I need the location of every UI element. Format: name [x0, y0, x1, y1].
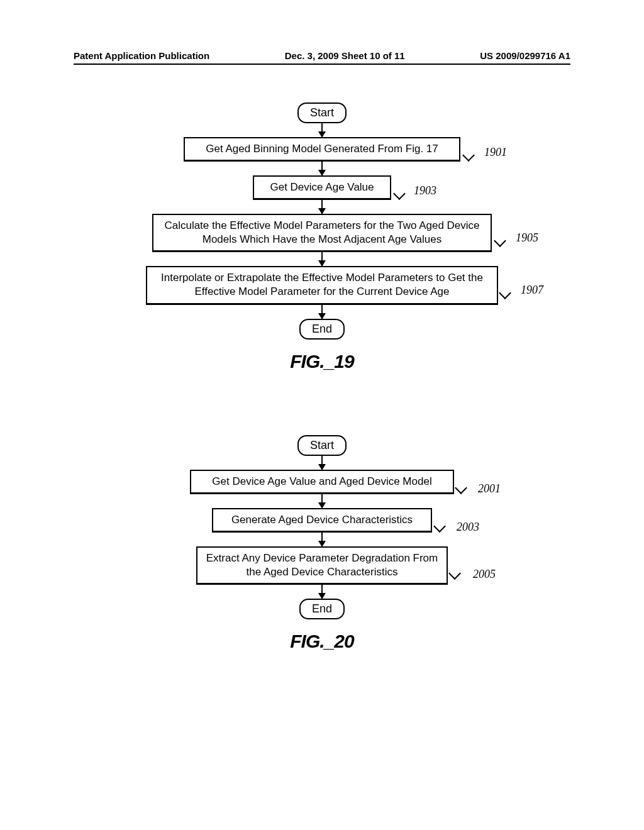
header-left: Patent Application Publication: [74, 50, 209, 61]
leader-line: [448, 567, 461, 580]
start-terminal: Start: [297, 435, 347, 456]
leader-line: [494, 235, 506, 247]
page-header: Patent Application Publication Dec. 3, 2…: [74, 50, 570, 65]
arrow-icon: [321, 456, 323, 470]
flowchart-fig-19: Start Get Aged Binning Model Generated F…: [121, 102, 523, 372]
header-center: Dec. 3, 2009 Sheet 10 of 11: [285, 50, 405, 61]
ref-1901: 1901: [484, 146, 507, 159]
process-step-1: Get Device Age Value and Aged Device Mod…: [190, 470, 454, 494]
end-terminal: End: [299, 319, 345, 340]
arrow-icon: [321, 494, 323, 508]
end-terminal: End: [299, 599, 345, 619]
leader-line: [393, 187, 406, 200]
process-step-4: Interpolate or Extrapolate the Effective…: [146, 266, 498, 304]
ref-1907: 1907: [521, 284, 543, 297]
process-step-1: Get Aged Binning Model Generated From Fi…: [184, 137, 460, 162]
process-step-2: Generate Aged Device Characteristics: [212, 508, 432, 533]
leader-line: [433, 520, 446, 533]
ref-1903: 1903: [414, 184, 436, 197]
ref-2003: 2003: [457, 521, 479, 534]
ref-2005: 2005: [473, 568, 496, 581]
start-terminal: Start: [297, 102, 347, 123]
arrow-icon: [321, 200, 323, 214]
ref-1905: 1905: [516, 231, 538, 245]
ref-2001: 2001: [478, 482, 501, 495]
leader-line: [455, 482, 467, 494]
header-right: US 2009/0299716 A1: [480, 50, 570, 61]
arrow-icon: [321, 305, 323, 319]
figure-label-20: FIG._20: [121, 631, 523, 652]
process-step-3: Calculate the Effective Model Parameters…: [152, 214, 492, 252]
arrow-icon: [321, 585, 323, 599]
flowchart-fig-20: Start Get Device Age Value and Aged Devi…: [121, 435, 523, 652]
arrow-icon: [321, 162, 323, 175]
leader-line: [499, 287, 511, 299]
process-step-3: Extract Any Device Parameter Degradation…: [196, 546, 448, 585]
arrow-icon: [321, 123, 323, 137]
process-step-2: Get Device Age Value: [253, 175, 391, 200]
leader-line: [462, 149, 475, 162]
arrow-icon: [321, 252, 323, 266]
arrow-icon: [321, 533, 323, 546]
figure-label-19: FIG._19: [121, 351, 523, 372]
